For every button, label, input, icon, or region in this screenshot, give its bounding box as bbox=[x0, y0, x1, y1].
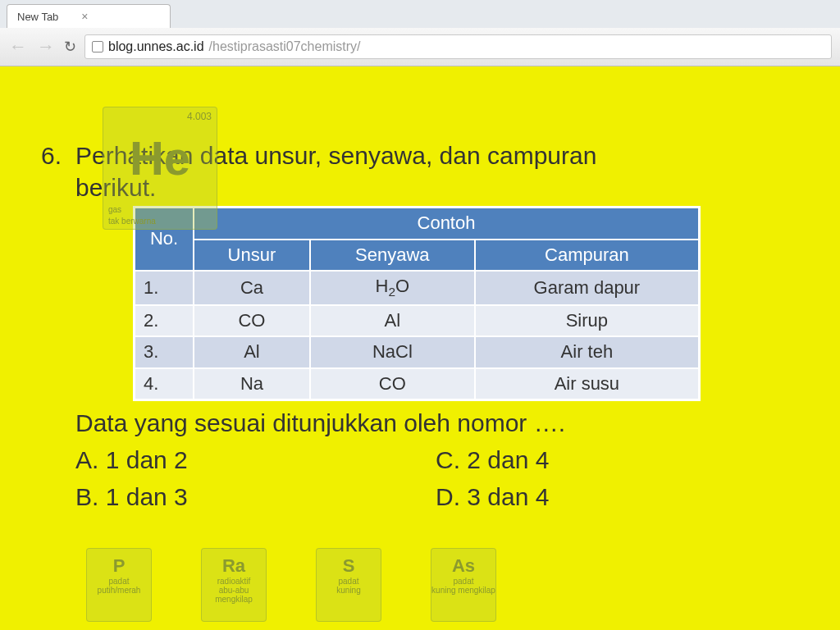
th-campuran: Campuran bbox=[475, 240, 699, 272]
table-row: 3. Al NaCl Air teh bbox=[135, 336, 699, 368]
option-b: B. 1 dan 3 bbox=[75, 481, 403, 513]
tab-bar: New Tab × bbox=[0, 0, 840, 28]
question-prompt: Data yang sesuai ditunjukkan oleh nomor … bbox=[41, 407, 792, 439]
site-icon bbox=[92, 41, 103, 52]
close-icon[interactable]: × bbox=[81, 10, 88, 23]
th-contoh: Contoh bbox=[194, 208, 699, 240]
question-block: 6. Perhatikan data unsur, senyawa, dan c… bbox=[41, 139, 799, 513]
cell-h2o: H2O bbox=[310, 271, 475, 304]
bg-tile-ra: Ra radioaktif abu-abu mengkilap bbox=[201, 548, 267, 622]
toolbar: ← → ↻ blog.unnes.ac.id/hestiprasasti07ch… bbox=[0, 28, 840, 66]
table-row: 2. CO Al Sirup bbox=[135, 305, 699, 337]
browser-tab[interactable]: New Tab × bbox=[7, 4, 171, 28]
reload-icon[interactable]: ↻ bbox=[64, 38, 76, 56]
browser-chrome: New Tab × ← → ↻ blog.unnes.ac.id/hestipr… bbox=[0, 0, 840, 66]
bg-tile-p: P padat putih/merah bbox=[86, 548, 152, 622]
address-bar[interactable]: blog.unnes.ac.id/hestiprasasti07chemistr… bbox=[84, 34, 832, 59]
bg-tile-as: As padat kuning mengkilap bbox=[431, 548, 496, 622]
data-table: No. Contoh Unsur Senyawa Campuran 1. Ca … bbox=[134, 207, 700, 400]
question-number: 6. bbox=[41, 139, 75, 171]
slide-content: 4.003 He gas tak berwarna P padat putih/… bbox=[0, 90, 840, 630]
url-host: blog.unnes.ac.id bbox=[108, 39, 204, 54]
tab-title: New Tab bbox=[17, 11, 58, 23]
question-stem-line1: Perhatikan data unsur, senyawa, dan camp… bbox=[75, 139, 792, 171]
url-path: /hestiprasasti07chemistry/ bbox=[209, 39, 361, 54]
forward-icon[interactable]: → bbox=[36, 38, 56, 56]
table-row: 1. Ca H2O Garam dapur bbox=[135, 271, 699, 304]
option-d: D. 3 dan 4 bbox=[436, 481, 763, 513]
back-icon[interactable]: ← bbox=[8, 38, 28, 56]
th-no: No. bbox=[135, 208, 194, 271]
answer-options: A. 1 dan 2 C. 2 dan 4 B. 1 dan 3 D. 3 da… bbox=[41, 444, 763, 513]
option-c: C. 2 dan 4 bbox=[436, 444, 763, 476]
question-stem-line2: berikut. bbox=[41, 171, 792, 203]
th-unsur: Unsur bbox=[194, 240, 310, 272]
bg-tile-s: S padat kuning bbox=[316, 548, 381, 622]
th-senyawa: Senyawa bbox=[310, 240, 475, 272]
table-row: 4. Na CO Air susu bbox=[135, 368, 699, 400]
option-a: A. 1 dan 2 bbox=[75, 444, 403, 476]
